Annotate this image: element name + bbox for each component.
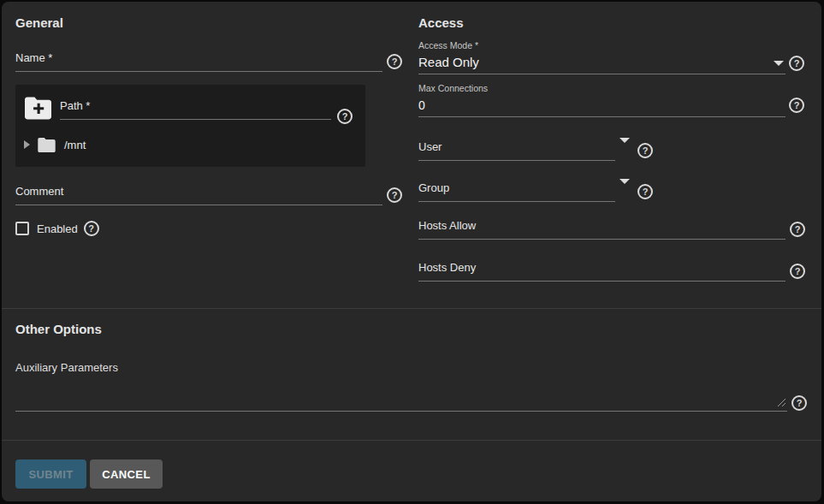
- dropdown-caret-icon[interactable]: [619, 138, 630, 143]
- group-input[interactable]: [418, 181, 615, 202]
- group-field-row: ?: [418, 180, 653, 202]
- help-icon[interactable]: ?: [387, 187, 402, 203]
- hosts-allow-field-row: ?: [418, 219, 805, 240]
- submit-button[interactable]: SUBMIT: [15, 460, 86, 489]
- help-icon[interactable]: ?: [789, 98, 804, 113]
- user-field-row: ?: [418, 139, 653, 161]
- folder-plus-icon[interactable]: [25, 97, 51, 120]
- name-input[interactable]: [15, 51, 382, 72]
- cancel-button[interactable]: CANCEL: [90, 460, 163, 489]
- hosts-allow-input[interactable]: [418, 219, 785, 240]
- actions-divider: [2, 440, 821, 441]
- enabled-checkbox-row: Enabled ?: [15, 221, 99, 236]
- access-mode-field: Access Mode * Read Only: [418, 40, 785, 74]
- help-icon[interactable]: ?: [387, 54, 402, 69]
- tree-item-label: /mnt: [64, 139, 86, 151]
- help-icon[interactable]: ?: [337, 109, 353, 124]
- access-mode-label: Access Mode *: [418, 40, 785, 50]
- section-divider: [2, 308, 821, 309]
- tree-item-mnt[interactable]: /mnt: [24, 134, 86, 155]
- hosts-deny-field-row: ?: [418, 261, 805, 282]
- access-mode-select[interactable]: Read Only: [418, 56, 785, 74]
- form-card: General ? ? /mnt ?: [2, 2, 821, 501]
- general-section-heading: General: [15, 15, 63, 30]
- comment-input[interactable]: [15, 185, 382, 205]
- resize-grip-icon[interactable]: [777, 398, 786, 407]
- dropdown-caret-icon[interactable]: [774, 61, 784, 66]
- help-icon[interactable]: ?: [789, 56, 804, 71]
- max-connections-label: Max Connections: [418, 83, 785, 93]
- access-section-heading: Access: [418, 15, 464, 30]
- help-icon[interactable]: ?: [637, 184, 653, 199]
- help-icon[interactable]: ?: [84, 221, 99, 236]
- max-connections-input[interactable]: [418, 98, 785, 112]
- folder-icon: [38, 138, 56, 152]
- path-explorer-panel: ? /mnt: [15, 85, 365, 167]
- help-icon[interactable]: ?: [790, 264, 805, 279]
- enabled-label: Enabled: [37, 222, 78, 235]
- auxiliary-parameters-textarea[interactable]: [15, 388, 787, 412]
- max-connections-field: Max Connections: [418, 83, 785, 117]
- auxiliary-parameters-label: Auxiliary Parameters: [15, 361, 118, 374]
- other-options-section-heading: Other Options: [15, 322, 102, 336]
- access-mode-value: Read Only: [418, 55, 479, 69]
- dropdown-caret-icon[interactable]: [619, 179, 630, 184]
- help-icon[interactable]: ?: [791, 395, 807, 411]
- comment-field-row: ?: [15, 185, 402, 205]
- user-input[interactable]: [418, 140, 615, 161]
- enabled-checkbox[interactable]: [15, 222, 29, 235]
- hosts-deny-input[interactable]: [418, 261, 785, 282]
- tree-expand-icon[interactable]: [24, 140, 30, 149]
- path-input[interactable]: [60, 99, 331, 120]
- path-field-row: [60, 99, 331, 120]
- help-icon[interactable]: ?: [637, 143, 653, 158]
- help-icon[interactable]: ?: [790, 222, 805, 237]
- name-field-row: ?: [15, 51, 402, 72]
- auxiliary-parameters-row: ?: [15, 388, 807, 412]
